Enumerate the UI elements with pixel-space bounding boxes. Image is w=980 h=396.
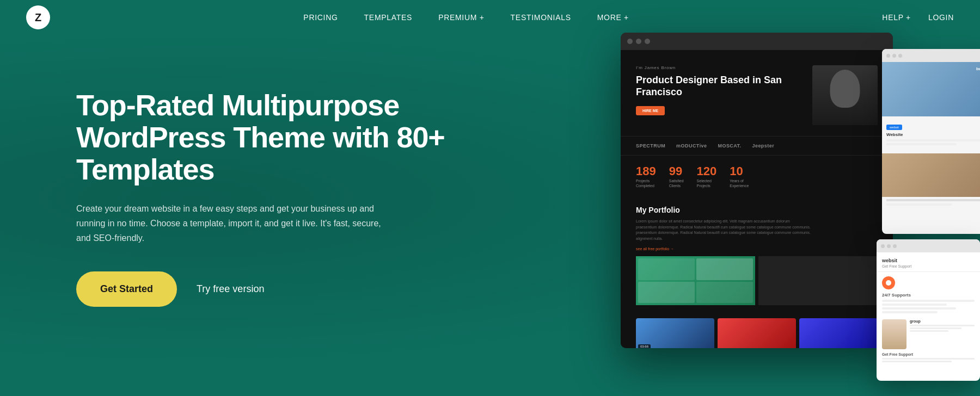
thumb-1: 03:66 (636, 318, 714, 348)
logo-moductive: mODUCTive (676, 143, 707, 148)
sec2-title: websit (882, 258, 975, 263)
hero-section: Top-Rated Multipurpose WordPress Theme w… (0, 0, 980, 396)
sec2-person-line-1 (910, 325, 975, 326)
hero-title: Top-Rated Multipurpose WordPress Theme w… (76, 89, 446, 186)
sec2-dot-1 (881, 244, 885, 248)
sec2-desc-line-1 (882, 300, 975, 302)
nav-templates[interactable]: TEMPLATES (364, 13, 413, 22)
inner-eyebrow: I'm James Brown (636, 65, 804, 70)
stat-clients: 99 SatisfiedClients (669, 164, 684, 188)
sec1-line-2 (886, 143, 957, 145)
browser-content-main: I'm James Brown Product Designer Based i… (621, 50, 893, 348)
portfolio-title: My Portfolio (636, 206, 878, 214)
inner-hero-image (812, 65, 878, 125)
nav-more[interactable]: MORE + (597, 13, 629, 22)
hero-content: Top-Rated Multipurpose WordPress Theme w… (76, 89, 446, 307)
sec2-desc-line-3 (882, 307, 956, 310)
browser-bar-main (621, 33, 893, 50)
sec1-build-label: build (976, 66, 980, 71)
sec2-bar (877, 239, 980, 252)
thumb-3 (799, 318, 878, 348)
hero-mockup: I'm James Brown Product Designer Based i… (621, 33, 980, 386)
try-free-button[interactable]: Try free version (197, 283, 264, 295)
sec2-support-block: 24/7 Supports (877, 272, 980, 319)
sec1-text-block: websit Website (882, 116, 980, 151)
portfolio-link[interactable]: see all free portfolio → (636, 247, 878, 251)
browser-secondary-1: build websit Website (882, 49, 980, 234)
sec2-subtitle: Get Free Support (882, 264, 975, 268)
get-started-button[interactable]: Get Started (76, 271, 177, 307)
logo-jeepster: Jeepster (752, 143, 775, 148)
nav-testimonials[interactable]: TESTIMONIALS (511, 13, 571, 22)
sec2-img-row: group (877, 319, 980, 349)
portfolio-section: My Portfolio Lorem ipsum dolor sit amet … (621, 197, 893, 314)
stat-selected: 120 SelectedProjects (697, 164, 717, 188)
nav-center-links: PRICING TEMPLATES PREMIUM + TESTIMONIALS… (303, 13, 629, 22)
sec2-fs-line-1 (882, 358, 975, 360)
sec1-top-image: build (882, 62, 980, 116)
browser-secondary-2: websit Get Free Support 24/7 Supports (877, 239, 980, 381)
portfolio-card-main (636, 256, 755, 305)
portfolio-card-secondary (758, 256, 878, 305)
sec2-desc-line-2 (882, 304, 947, 306)
sec1-dot-2 (892, 54, 896, 58)
logos-bar: SPECTRUM mODUCTive MOSCAT. Jeepster (621, 136, 893, 156)
hero-subtitle: Create your dream website in a few easy … (76, 201, 392, 246)
sec2-avatar (882, 319, 906, 349)
sec1-line-1 (886, 139, 980, 141)
hero-cta-group: Get Started Try free version (76, 271, 446, 307)
inner-title: Product Designer Based in San Francisco (636, 75, 804, 98)
sec2-dot-3 (893, 244, 897, 248)
logo-moscat: MOSCAT. (718, 143, 742, 148)
browser-dot-2 (636, 39, 641, 44)
face-silhouette (812, 65, 878, 125)
nav-login[interactable]: LOGIN (928, 13, 954, 22)
browser-main: I'm James Brown Product Designer Based i… (621, 33, 893, 348)
nav-help[interactable]: HELP + (882, 13, 911, 22)
sec2-header: websit Get Free Support (877, 252, 980, 272)
thumb-2 (718, 318, 796, 348)
thumb-row: 03:66 (621, 314, 893, 348)
browser-dot-1 (627, 39, 633, 44)
stat-years: 10 Years ofExperience (730, 164, 749, 188)
sec2-person-line-2 (910, 327, 961, 329)
browser-dot-3 (645, 39, 650, 44)
sec1-tag: websit (886, 125, 902, 130)
sec1-dot-1 (886, 54, 890, 58)
stat-projects: 189 ProjectsCompleted (636, 164, 656, 188)
inner-cta-btn: HIRE ME (636, 106, 665, 115)
sec2-dot-2 (887, 244, 891, 248)
sec1-dot-3 (898, 54, 902, 58)
sec2-badge (882, 276, 895, 289)
stats-row: 189 ProjectsCompleted 99 SatisfiedClient… (621, 156, 893, 197)
sec2-person-name: group (910, 319, 975, 323)
portfolio-grid (636, 256, 878, 305)
brand-logo[interactable]: Z (26, 5, 50, 29)
nav-premium[interactable]: PREMIUM + (438, 13, 484, 22)
sec1-content: build websit Website (882, 62, 980, 234)
logo-spectrum: SPECTRUM (636, 143, 665, 148)
sec2-desc-line-4 (882, 311, 938, 313)
sec2-support-title: 24/7 Supports (882, 293, 975, 298)
portfolio-text: Lorem ipsum dolor sit amet consectetur a… (636, 219, 878, 242)
sec2-person-text: group (910, 319, 975, 349)
navigation: Z PRICING TEMPLATES PREMIUM + TESTIMONIA… (0, 0, 980, 35)
sec1-bar (882, 49, 980, 62)
sec1-line-3 (886, 199, 980, 201)
sec1-title: Website (886, 132, 980, 137)
nav-right-links: HELP + LOGIN (882, 13, 954, 22)
inner-hero-section: I'm James Brown Product Designer Based i… (621, 50, 893, 136)
sec1-bottom-image (882, 153, 980, 197)
sec2-fs-title: Get Free Support (882, 352, 975, 356)
nav-pricing[interactable]: PRICING (303, 13, 338, 22)
sec2-content: websit Get Free Support 24/7 Supports (877, 252, 980, 381)
sec2-person-line-3 (910, 330, 948, 332)
sec1-line-4 (886, 203, 952, 206)
sec2-free-support: Get Free Support (877, 349, 980, 367)
sec2-fs-line-2 (882, 361, 952, 362)
inner-hero-text: I'm James Brown Product Designer Based i… (636, 65, 804, 125)
